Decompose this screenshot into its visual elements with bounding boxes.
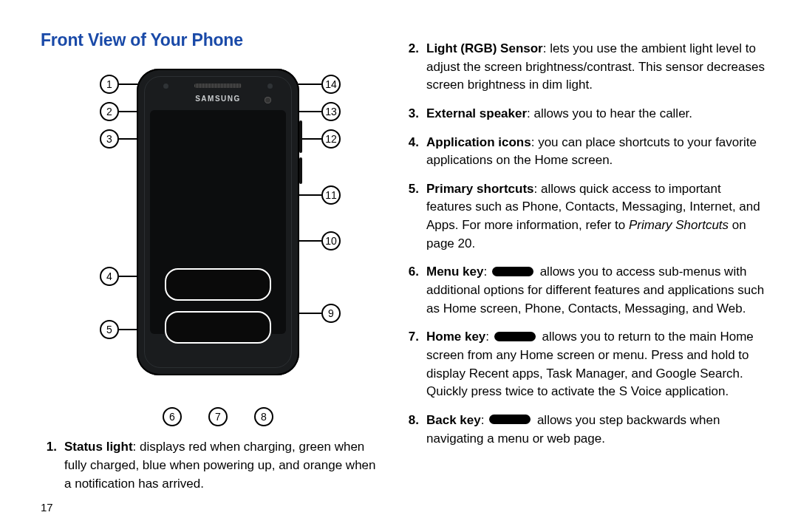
left-column: Front View of Your Phone SAMSUNG [41,28,381,511]
legend-num: 7. [403,328,426,401]
back-key-icon [489,415,531,424]
legend-body: Status light: displays red when charging… [64,438,381,493]
section-heading: Front View of Your Phone [41,28,381,52]
menu-key-icon [492,267,533,276]
callout-6: 6 [163,407,182,426]
legend-body: Back key: allows you step backwards when… [426,412,765,448]
widget-box-icon [165,268,271,301]
legend-num: 8. [403,412,426,448]
legend-num: 4. [403,134,426,170]
legend-body: External speaker: allows you to hear the… [426,105,765,123]
callout-12: 12 [321,129,341,149]
side-button-icon [299,157,302,184]
legend-item: 4. Application icons: you can place shor… [403,134,765,170]
legend-num: 5. [403,180,426,253]
legend-item: 2. Light (RGB) Sensor: lets you use the … [403,40,765,95]
callout-13: 13 [321,102,341,121]
home-key-icon [494,332,536,341]
legend-num: 6. [403,263,426,318]
legend-item: 3. External speaker: allows you to hear … [403,105,765,123]
callout-10: 10 [321,231,341,250]
page-number: 17 [41,499,53,516]
legend-body: Application icons: you can place shortcu… [426,134,765,170]
legend-body: Light (RGB) Sensor: lets you use the amb… [426,40,765,95]
callout-14: 14 [321,75,341,94]
legend-body: Home key: allows you to return to the ma… [426,328,765,401]
manual-page: Front View of Your Phone SAMSUNG [0,0,798,532]
legend-num: 1. [41,438,64,493]
front-camera-icon [265,97,271,103]
legend-item: 1. Status light: displays red when charg… [41,438,381,493]
callout-1: 1 [100,75,119,94]
callout-11: 11 [321,185,341,205]
legend-item: 5. Primary shortcuts: allows quick acces… [403,180,765,253]
legend-item: 8. Back key: allows you step backwards w… [403,412,765,448]
phone-brand-label: SAMSUNG [195,94,241,105]
cross-reference: Primary Shortcuts [629,218,729,232]
callout-7: 7 [208,407,228,426]
legend-body: Primary shortcuts: allows quick access t… [426,180,765,253]
phone-illustration: SAMSUNG [137,69,299,375]
legend-body: Menu key: allows you to access sub-menus… [426,263,765,318]
callout-5: 5 [100,320,119,339]
callout-3: 3 [100,129,119,149]
callout-2: 2 [100,102,119,121]
callout-8: 8 [254,407,273,426]
phone-diagram: SAMSUNG 1 2 3 4 5 14 13 12 11 10 9 6 [81,69,362,431]
legend-left: 1. Status light: displays red when charg… [41,438,381,503]
callout-4: 4 [100,267,119,286]
legend-item: 6. Menu key: allows you to access sub-me… [403,263,765,318]
sensor-dot-icon [163,83,168,89]
legend-right: 2. Light (RGB) Sensor: lets you use the … [403,40,765,448]
right-column: 2. Light (RGB) Sensor: lets you use the … [403,28,765,511]
legend-num: 3. [403,105,426,123]
sensor-dot-icon [267,83,273,89]
widget-box-icon [165,311,271,344]
callout-9: 9 [321,304,341,323]
speaker-grille-icon [194,83,242,88]
side-button-icon [299,120,302,153]
legend-num: 2. [403,40,426,95]
legend-item: 7. Home key: allows you to return to the… [403,328,765,401]
